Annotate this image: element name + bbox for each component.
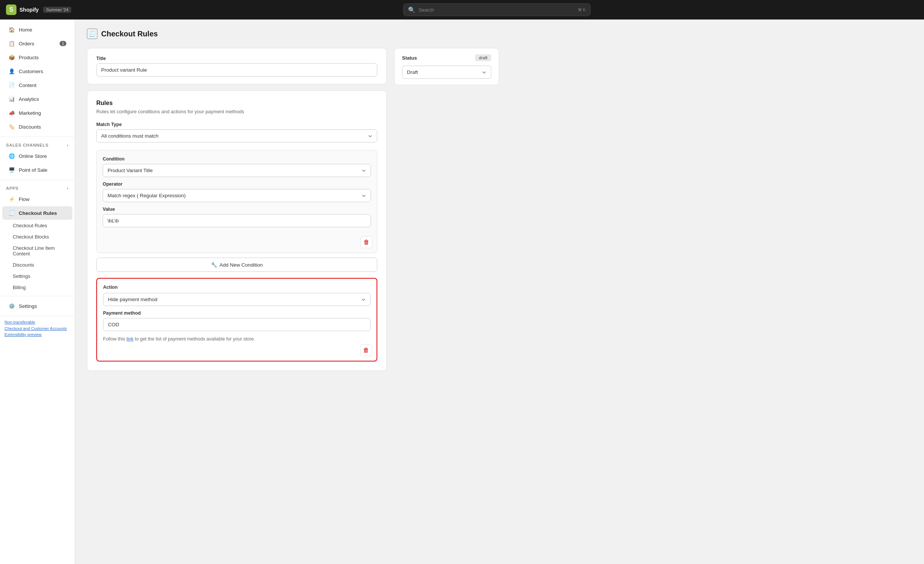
payment-method-input[interactable]	[103, 318, 370, 331]
rules-title: Rules	[96, 100, 377, 107]
sidebar-sub-settings[interactable]: Settings	[2, 271, 72, 282]
status-card: Status draft Draft Active	[394, 48, 499, 85]
operator-field: Operator Match regex ( Regular Expressio…	[103, 182, 371, 202]
brand-logo: S Shopify	[6, 5, 39, 15]
sidebar-sub-checkout-rules[interactable]: Checkout Rules	[2, 220, 72, 231]
match-type-label: Match Type	[96, 122, 377, 127]
status-select[interactable]: Draft Active	[402, 66, 491, 79]
brand-name: Shopify	[20, 7, 39, 13]
action-box: Action Hide payment method Payment metho…	[96, 278, 377, 361]
sidebar-item-discounts[interactable]: 🏷️ Discounts	[2, 120, 72, 134]
payment-methods-link[interactable]: link	[127, 336, 134, 341]
page-header: 🧾 Checkout Rules	[87, 29, 912, 39]
sidebar-sub-checkout-blocks[interactable]: Checkout Blocks	[2, 232, 72, 242]
sidebar-sub-label-line-item: Checkout Line Item Content	[13, 245, 55, 257]
right-column: Status draft Draft Active	[394, 48, 499, 371]
sidebar-sub-label-checkout-blocks: Checkout Blocks	[13, 234, 49, 240]
condition-box: Condition Product Variant Title Operator…	[96, 150, 377, 253]
operator-select[interactable]: Match regex ( Regular Expression)	[103, 189, 371, 202]
home-icon: 🏠	[8, 26, 15, 33]
payment-method-field: Payment method	[103, 310, 370, 331]
sidebar-item-checkout-rules[interactable]: 🧾 Checkout Rules	[2, 206, 72, 220]
rules-description: Rules let configure conditions and actio…	[96, 109, 377, 114]
sidebar-sub-billing[interactable]: Billing	[2, 282, 72, 293]
footer-link[interactable]: Checkout and Customer Accounts Extensibi…	[4, 326, 67, 337]
sidebar-label-content: Content	[19, 83, 36, 88]
discounts-icon: 🏷️	[8, 123, 15, 130]
sidebar-sub-discounts[interactable]: Discounts	[2, 260, 72, 271]
sidebar-label-analytics: Analytics	[19, 96, 39, 102]
sidebar-label-orders: Orders	[19, 41, 34, 47]
sidebar-item-home[interactable]: 🏠 Home	[2, 23, 72, 36]
sidebar-item-content[interactable]: 📄 Content	[2, 78, 72, 92]
season-badge: Summer '24	[43, 7, 71, 13]
settings-icon: ⚙️	[8, 302, 15, 309]
main-content: 🧾 Checkout Rules Title Rules Rules let c…	[75, 20, 924, 564]
search-shortcut: ⌘ K	[578, 8, 586, 12]
sidebar-item-products[interactable]: 📦 Products	[2, 51, 72, 64]
add-condition-icon: 🔧	[211, 262, 218, 268]
match-type-section: Match Type All conditions must match Any…	[96, 122, 377, 143]
analytics-icon: 📊	[8, 96, 15, 102]
sidebar-item-customers[interactable]: 👤 Customers	[2, 65, 72, 78]
sidebar-item-point-of-sale[interactable]: 🖥️ Point of Sale	[2, 163, 72, 177]
marketing-icon: 📣	[8, 110, 15, 116]
title-label: Title	[96, 56, 377, 61]
sidebar-item-flow[interactable]: ⚡ Flow	[2, 193, 72, 206]
sidebar-item-orders[interactable]: 📋 Orders 1	[2, 37, 72, 50]
value-field: Value	[103, 207, 371, 227]
products-icon: 📦	[8, 54, 15, 61]
action-select[interactable]: Hide payment method	[103, 293, 370, 306]
status-header: Status draft	[402, 54, 491, 61]
follow-suffix: to get the list of payment methods avail…	[135, 336, 255, 341]
action-label: Action	[103, 284, 370, 290]
delete-condition-button[interactable]: 🗑	[360, 236, 372, 248]
trash-action-icon: 🗑	[363, 347, 369, 353]
search-input[interactable]	[418, 7, 575, 13]
follow-prefix: Follow this	[103, 336, 127, 341]
sidebar-label-online-store: Online Store	[19, 153, 47, 159]
topbar: S Shopify Summer '24 🔍 ⌘ K	[0, 0, 924, 20]
page-title: Checkout Rules	[101, 30, 158, 38]
sidebar-label-flow: Flow	[19, 197, 30, 202]
sidebar-label-products: Products	[19, 55, 39, 60]
trash-icon: 🗑	[363, 239, 369, 246]
sidebar-item-marketing[interactable]: 📣 Marketing	[2, 106, 72, 120]
sidebar-label-pos: Point of Sale	[19, 167, 48, 173]
orders-icon: 📋	[8, 40, 15, 47]
sidebar-item-settings[interactable]: ⚙️ Settings	[2, 299, 72, 313]
sidebar-sub-label-checkout-rules: Checkout Rules	[13, 223, 47, 229]
apps-expand-icon: ›	[67, 186, 69, 191]
left-column: Title Rules Rules let configure conditio…	[87, 48, 387, 371]
condition-select[interactable]: Product Variant Title	[103, 164, 371, 177]
status-title: Status	[402, 55, 417, 61]
operator-label: Operator	[103, 182, 371, 187]
sidebar-sub-label-settings: Settings	[13, 274, 30, 279]
shopify-icon: S	[6, 5, 16, 15]
sidebar-label-checkout-rules: Checkout Rules	[19, 211, 57, 216]
rules-card: Rules Rules let configure conditions and…	[87, 90, 387, 371]
sidebar-sub-line-item[interactable]: Checkout Line Item Content	[2, 243, 72, 259]
customers-icon: 👤	[8, 68, 15, 75]
pos-icon: 🖥️	[8, 167, 15, 173]
sidebar-item-online-store[interactable]: 🌐 Online Store	[2, 149, 72, 163]
flow-icon: ⚡	[8, 196, 15, 203]
sidebar-label-settings: Settings	[19, 303, 37, 309]
condition-field: Condition Product Variant Title	[103, 156, 371, 177]
search-icon: 🔍	[408, 6, 416, 14]
sidebar-item-analytics[interactable]: 📊 Analytics	[2, 92, 72, 106]
orders-badge: 1	[60, 41, 66, 46]
search-bar[interactable]: 🔍 ⌘ K	[403, 3, 591, 16]
page-header-icon: 🧾	[87, 29, 98, 39]
payment-method-label: Payment method	[103, 310, 370, 316]
sidebar-label-marketing: Marketing	[19, 110, 41, 116]
delete-action-button[interactable]: 🗑	[360, 344, 372, 356]
content-grid: Title Rules Rules let configure conditio…	[87, 48, 499, 371]
sidebar-divider-2	[0, 180, 75, 180]
value-input[interactable]	[103, 214, 371, 227]
online-store-icon: 🌐	[8, 153, 15, 159]
add-condition-button[interactable]: 🔧 Add New Condition	[96, 258, 377, 272]
title-input[interactable]	[96, 63, 377, 77]
expand-icon: ›	[67, 143, 69, 147]
match-type-select[interactable]: All conditions must match Any condition …	[96, 129, 377, 143]
